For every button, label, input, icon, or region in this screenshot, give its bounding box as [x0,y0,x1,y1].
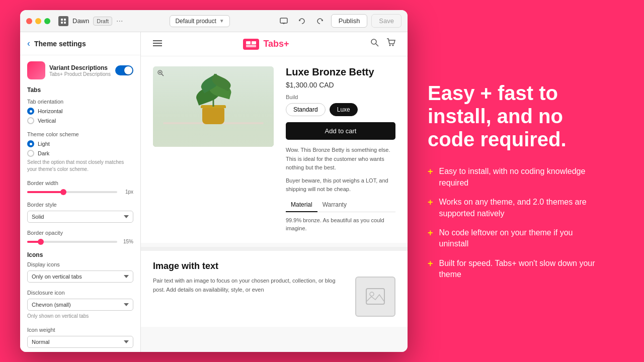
logo-icon [243,39,259,50]
disclosure-icon-label: Disclosure icon [27,290,133,296]
redo-button[interactable] [313,14,327,28]
feature-item-4: + Built for speed. Tabs+ won't slow down… [428,258,604,281]
svg-rect-1 [64,19,66,21]
border-width-group: Border width 1px [27,180,133,195]
store-logo: Tabs+ [243,39,289,50]
cart-icon[interactable] [386,38,395,50]
border-opacity-value: 15% [121,239,133,244]
store-header: Tabs+ [141,32,408,56]
title-bar-center: Default product ▼ [127,15,272,27]
search-icon[interactable] [370,38,379,50]
zoom-icon[interactable] [157,69,164,78]
plugin-row: Variant Descriptions Tabs+ Product Descr… [27,61,133,79]
chevron-down-icon: ▼ [219,18,224,24]
tab-orientation-radio: Horizontal Vertical [27,108,133,124]
border-style-select[interactable]: Solid Dashed Dotted None [27,211,133,223]
tab-orientation-label: Tab orientation [27,99,133,105]
app-icon [58,16,68,26]
border-opacity-label: Border opacity [27,230,133,236]
sidebar: ‹ Theme settings Variant Descriptions Ta… [20,32,141,352]
display-icons-label: Display icons [27,261,133,267]
warranty-tab[interactable]: Warranty [317,198,352,212]
product-price: $1,300.00 CAD [286,81,395,89]
border-opacity-group: Border opacity 15% [27,230,133,244]
tabs-section-title: Tabs [27,86,133,94]
plus-icon-4: + [428,258,433,269]
svg-point-16 [392,45,394,46]
theme-selector[interactable]: Default product ▼ [170,15,229,27]
disclosure-icon-group: Disclosure icon Chevron (small) Chevron … [27,290,133,320]
image-text-body: Pair text with an image to focus on your… [153,277,345,317]
color-scheme-group: Theme color scheme Light Dark Select [27,131,133,173]
right-panel: Easy + fast to install, and no code requ… [408,66,624,295]
border-opacity-thumb[interactable] [38,239,44,245]
undo-button[interactable] [295,14,309,28]
disclosure-icon-select[interactable]: Chevron (small) Chevron (large) Plus/Min… [27,299,133,311]
placeholder-image-icon [365,288,385,305]
feature-text-2: Works on any theme, and 2.0 themes are s… [439,197,604,219]
display-icons-select[interactable]: Only on vertical tabs Always Never [27,270,133,283]
product-page: Luxe Bronze Betty $1,300.00 CAD Build St… [141,56,408,243]
vertical-option[interactable]: Vertical [27,117,133,124]
brand-label: Dawn [72,17,89,25]
plus-icon-2: + [428,197,433,208]
image-placeholder [355,277,395,317]
border-width-thumb[interactable] [60,189,66,195]
dark-option[interactable]: Dark [27,150,133,157]
plugin-name: Variant Descriptions [49,64,111,71]
build-label: Build [286,94,395,100]
luxe-variant[interactable]: Luxe [330,103,358,116]
close-button[interactable] [26,18,32,24]
monitor-icon[interactable] [277,14,291,28]
traffic-lights [26,18,50,24]
plugin-icon [27,61,45,79]
icon-weight-label: Icon weight [27,327,133,333]
right-headline: Easy + fast to install, and no code requ… [428,81,604,151]
horizontal-radio[interactable] [27,108,34,115]
dark-radio[interactable] [27,150,34,157]
horizontal-option[interactable]: Horizontal [27,108,133,115]
product-layout: Luxe Bronze Betty $1,300.00 CAD Build St… [153,66,395,233]
plugin-section: Variant Descriptions Tabs+ Product Descr… [20,55,140,352]
title-bar-right: Publish Save [277,14,401,28]
svg-rect-11 [252,41,256,44]
plugin-toggle[interactable] [115,65,133,75]
color-scheme-helper: Select the option that most closely matc… [27,159,133,173]
minimize-button[interactable] [35,18,41,24]
back-button[interactable]: ‹ [27,38,30,49]
image-text-title: Image with text [153,261,395,272]
feature-item-1: + Easy to install, with no coding knowle… [428,166,604,189]
add-to-cart-button[interactable]: Add to cart [286,122,395,140]
svg-rect-3 [64,22,66,24]
border-width-track [27,191,117,193]
more-options-button[interactable]: ··· [116,17,123,26]
plugin-info: Variant Descriptions Tabs+ Product Descr… [49,64,111,77]
image-with-text-section: Image with text Pair text with an image … [141,247,408,327]
border-style-group: Border style Solid Dashed Dotted None [27,202,133,223]
standard-variant[interactable]: Standard [286,103,326,116]
color-scheme-label: Theme color scheme [27,131,133,137]
light-option[interactable]: Light [27,140,133,147]
light-radio[interactable] [27,140,34,147]
product-tabs: Material Warranty [286,198,395,212]
vertical-radio[interactable] [27,117,34,124]
variant-options: Standard Luxe [286,103,395,116]
border-opacity-slider-row: 15% [27,239,133,244]
publish-button[interactable]: Publish [331,14,368,28]
feature-text-4: Built for speed. Tabs+ won't slow down y… [439,258,604,281]
icon-weight-select[interactable]: Normal Light Bold [27,336,133,348]
disclosure-helper: Only shown on vertical tabs [27,313,133,320]
product-info: Luxe Bronze Betty $1,300.00 CAD Build St… [286,66,395,233]
svg-rect-2 [61,22,63,24]
feature-list: + Easy to install, with no coding knowle… [428,166,604,280]
svg-point-13 [371,39,376,44]
save-button[interactable]: Save [371,14,401,28]
svg-line-18 [162,74,164,76]
svg-rect-4 [280,18,287,23]
store-menu-icon[interactable] [153,39,162,49]
material-tab[interactable]: Material [286,198,317,212]
icons-section-title: Icons [27,251,133,258]
maximize-button[interactable] [44,18,50,24]
mac-window: Dawn Draft ··· Default product ▼ P [20,10,408,352]
svg-line-14 [376,44,378,46]
